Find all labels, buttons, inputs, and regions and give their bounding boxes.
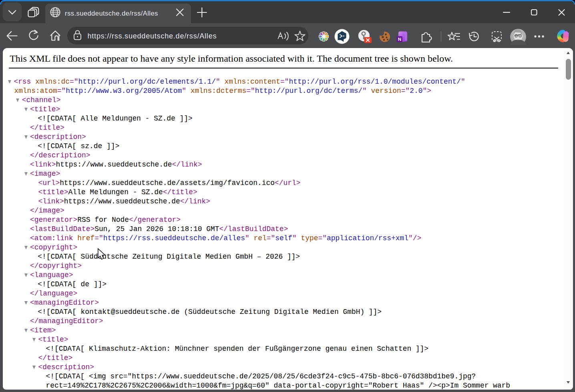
svg-text:N: N (398, 37, 401, 42)
